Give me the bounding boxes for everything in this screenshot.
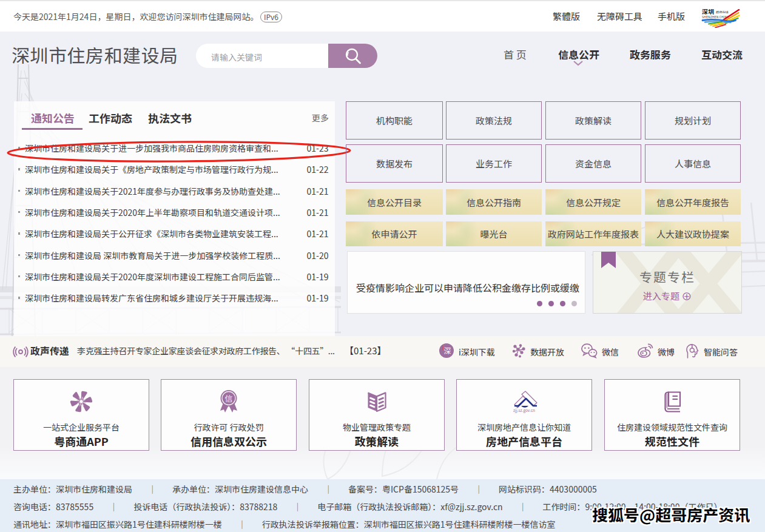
svg-text:深: 深 <box>443 345 451 355</box>
svg-text:政府在线: 政府在线 <box>716 10 729 14</box>
svg-text:信: 信 <box>224 392 232 404</box>
svg-text:i: i <box>442 343 443 352</box>
svg-text:zjj.sz.gov.cn: zjj.sz.gov.cn <box>513 407 535 413</box>
svg-text:SHENZHEN CHINA: SHENZHEN CHINA <box>702 15 729 19</box>
